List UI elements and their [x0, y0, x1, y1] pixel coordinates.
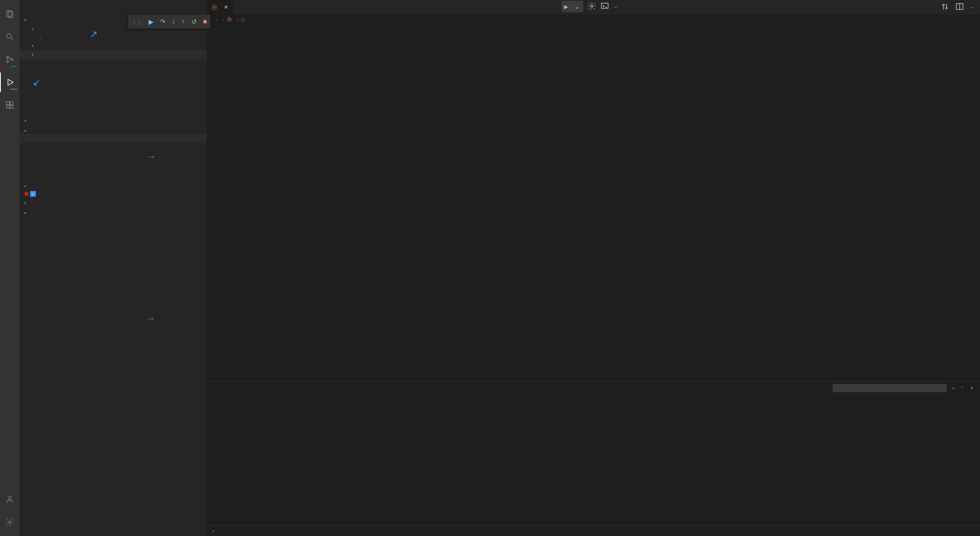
rust-file-icon: ⦿ — [212, 4, 217, 11]
launch-config-dropdown[interactable]: ▶ ⌄ — [562, 1, 583, 12]
source-control-icon[interactable] — [0, 50, 20, 69]
start-debug-icon[interactable]: ▶ — [564, 4, 568, 10]
debug-toolbar: ⋮⋮ ▶ ↷ ↓ ↑ ↺ ■ — [128, 15, 210, 29]
svg-point-5 — [7, 61, 9, 63]
svg-rect-16 — [602, 3, 608, 8]
run-top-controls: ▶ ⌄ ··· — [562, 1, 618, 12]
scm-badge — [11, 66, 17, 67]
section-watch[interactable]: › — [20, 116, 207, 125]
run-debug-icon[interactable] — [0, 72, 20, 92]
svg-point-6 — [11, 59, 13, 61]
more-icon[interactable]: ··· — [613, 4, 618, 10]
prompt-icon: › — [212, 528, 214, 534]
svg-point-2 — [7, 34, 11, 38]
svg-point-11 — [8, 496, 11, 499]
svg-point-15 — [591, 5, 593, 7]
search-icon[interactable] — [0, 27, 20, 46]
run-sidebar: ⌄ ⌄ : › › › ⌄ ⌄ — [20, 0, 207, 536]
chevron-down-icon: ⌄ — [575, 4, 579, 10]
svg-line-3 — [11, 38, 13, 40]
activity-bar — [0, 0, 20, 536]
continue-button[interactable]: ▶ — [149, 18, 153, 26]
accounts-icon[interactable] — [0, 490, 20, 509]
section-cortex-reg[interactable]: ⌄ — [20, 207, 207, 216]
editor-tab[interactable]: ⦿ ✕ — [207, 0, 234, 14]
svg-point-12 — [9, 521, 11, 523]
section-breakpoints[interactable]: ⌄ — [20, 180, 207, 189]
debug-console-input[interactable] — [217, 528, 980, 534]
stack-frame[interactable] — [20, 143, 207, 152]
svg-rect-9 — [7, 105, 9, 108]
panel-tabs: ≡ ⌃ ✕ — [207, 382, 980, 395]
expand-panel-icon[interactable]: ⌃ — [960, 386, 964, 391]
svg-rect-8 — [10, 102, 13, 105]
scope-global[interactable]: › — [20, 41, 207, 50]
stack-frame[interactable] — [20, 134, 207, 143]
step-over-button[interactable]: ↷ — [160, 18, 165, 26]
close-icon[interactable]: ✕ — [224, 4, 228, 10]
editor-group: ⦿ ✕ ··· › › ⦿› ◇ — [207, 0, 980, 536]
minimap[interactable] — [956, 24, 980, 381]
debug-console-shortcut-icon[interactable] — [600, 2, 609, 12]
extensions-icon[interactable] — [0, 95, 20, 115]
gear-icon[interactable] — [587, 2, 596, 12]
scope-static[interactable]: › — [20, 50, 207, 59]
section-cortex-periph[interactable]: › — [20, 198, 207, 207]
breakpoint-row[interactable]: ✓ — [20, 189, 207, 198]
step-out-button[interactable]: ↑ — [182, 18, 185, 25]
debug-console-input-row: › — [207, 525, 980, 536]
grip-icon[interactable]: ⋮⋮ — [131, 19, 142, 25]
stop-button[interactable]: ■ — [203, 18, 207, 25]
section-callstack[interactable]: ⌄ — [20, 125, 207, 134]
close-panel-icon[interactable]: ✕ — [970, 386, 973, 391]
step-into-button[interactable]: ↓ — [172, 18, 175, 25]
compare-changes-icon[interactable] — [941, 2, 949, 12]
split-editor-icon[interactable] — [955, 2, 964, 12]
debug-badge — [11, 89, 17, 90]
breadcrumb[interactable]: › › ⦿› ◇ — [207, 14, 980, 24]
breakpoint-icon — [24, 192, 28, 196]
svg-rect-7 — [7, 102, 9, 105]
settings-gear-icon[interactable] — [0, 512, 20, 532]
code-editor[interactable] — [207, 24, 980, 381]
bottom-panel: ≡ ⌃ ✕ › — [207, 381, 980, 536]
restart-button[interactable]: ↺ — [191, 18, 197, 26]
svg-rect-10 — [10, 105, 13, 108]
variable-row[interactable]: : — [20, 32, 207, 41]
svg-point-4 — [7, 56, 9, 58]
explorer-icon[interactable] — [0, 4, 20, 24]
more-icon[interactable]: ··· — [970, 4, 974, 10]
debug-console-output — [207, 395, 980, 525]
checkbox-icon[interactable]: ✓ — [30, 191, 36, 197]
console-filter-input[interactable] — [833, 384, 947, 392]
sidebar-title — [20, 0, 207, 14]
word-wrap-icon[interactable]: ≡ — [952, 386, 955, 391]
